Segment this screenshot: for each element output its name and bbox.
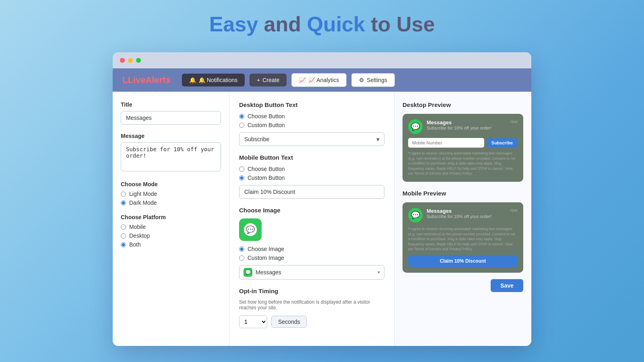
image-choose-radio[interactable] bbox=[239, 247, 244, 252]
image-dropdown-row[interactable]: 💬 Messages ▾ bbox=[239, 265, 384, 280]
browser-titlebar bbox=[113, 52, 531, 68]
nav-analytics[interactable]: 📈 📈 Analytics bbox=[291, 73, 347, 87]
mobile-btn-choose[interactable]: Choose Button bbox=[239, 166, 384, 172]
desktop-btn-custom[interactable]: Custom Button bbox=[239, 122, 384, 128]
mobile-preview-msg-content: Messages Subscribe for 10% off your orde… bbox=[427, 208, 506, 219]
right-panel: Desktop Preview 💬 Messages Subscribe for… bbox=[394, 92, 531, 346]
choose-mode-section: Choose Mode Light Mode Dark Mode bbox=[121, 181, 221, 206]
desktop-preview-header: 💬 Messages Subscribe for 10% off your or… bbox=[408, 119, 518, 134]
mobile-btn-text-title: Mobile Button Text bbox=[239, 154, 384, 161]
desktop-btn-radio-group: Choose Button Custom Button bbox=[239, 113, 384, 128]
image-radio-group: Choose Image Custom Image bbox=[239, 246, 384, 261]
desktop-btn-choose[interactable]: Choose Button bbox=[239, 113, 384, 119]
platform-desktop[interactable]: Desktop bbox=[121, 232, 221, 239]
mobile-preview-card: 💬 Messages Subscribe for 10% off your or… bbox=[402, 202, 523, 273]
img-dropdown-arrow-icon: ▾ bbox=[378, 269, 380, 275]
nav-notifications[interactable]: 🔔 🔔 Notifications bbox=[182, 74, 245, 86]
image-choose[interactable]: Choose Image bbox=[239, 246, 384, 252]
choose-image-section: Choose Image 💬 Choose Image Custom Image bbox=[239, 207, 384, 280]
desktop-preview-card: 💬 Messages Subscribe for 10% off your or… bbox=[402, 114, 523, 182]
choose-platform-section: Choose Platform Mobile Desktop Both bbox=[121, 214, 221, 248]
mode-dark[interactable]: Dark Mode bbox=[121, 200, 221, 206]
platform-both-radio[interactable] bbox=[121, 242, 126, 247]
save-button[interactable]: Save bbox=[491, 279, 523, 292]
browser-dot-red bbox=[120, 58, 125, 63]
app-body: Title Message Subscribe for 10% off your… bbox=[113, 92, 531, 346]
desktop-btn-text-title: Desktop Button Text bbox=[239, 101, 384, 108]
browser-dot-green bbox=[136, 58, 141, 63]
desktop-preview-msg-content: Messages Subscribe for 10% off your orde… bbox=[427, 119, 506, 130]
image-custom[interactable]: Custom Image bbox=[239, 255, 384, 261]
desktop-preview-timestamp: now bbox=[510, 119, 518, 124]
mobile-preview-title: Mobile Preview bbox=[402, 190, 523, 197]
desktop-preview-title: Desktop Preview bbox=[402, 101, 523, 108]
mobile-preview-header: 💬 Messages Subscribe for 10% off your or… bbox=[408, 208, 518, 222]
timing-select[interactable]: 1 2 5 10 bbox=[239, 315, 267, 328]
message-label: Message bbox=[121, 133, 221, 139]
desktop-btn-text-section: Desktop Button Text Choose Button Custom… bbox=[239, 101, 384, 146]
mid-panel: Desktop Button Text Choose Button Custom… bbox=[229, 92, 394, 346]
mode-dark-radio[interactable] bbox=[121, 200, 126, 206]
timing-row: 1 2 5 10 Seconds bbox=[239, 315, 384, 328]
hero-title: Easy and Quick to Use bbox=[209, 12, 435, 36]
app-logo: LLiveAlerts bbox=[122, 75, 171, 85]
browser-dot-yellow bbox=[128, 58, 133, 63]
desktop-btn-dropdown[interactable]: Subscribe Subscribe Now Sign Up bbox=[239, 132, 384, 146]
opt-timing-desc: Set how long before the notification is … bbox=[239, 299, 384, 311]
message-section: Message Subscribe for 10% off your order… bbox=[121, 133, 221, 173]
choose-image-title: Choose Image bbox=[239, 207, 384, 214]
desktop-preview-subscribe-btn[interactable]: Subscribe bbox=[487, 138, 518, 148]
title-section: Title bbox=[121, 101, 221, 125]
mobile-preview-msg-sub: Subscribe for 10% off your order! bbox=[427, 214, 506, 219]
platform-radio-group: Mobile Desktop Both bbox=[121, 224, 221, 248]
logo-accent: L bbox=[122, 75, 128, 85]
platform-mobile[interactable]: Mobile bbox=[121, 224, 221, 230]
image-custom-radio[interactable] bbox=[239, 255, 244, 261]
mobile-preview-icon: 💬 bbox=[408, 208, 423, 222]
choose-platform-label: Choose Platform bbox=[121, 214, 221, 220]
mobile-btn-custom-radio[interactable] bbox=[239, 175, 244, 181]
mobile-btn-radio-group: Choose Button Custom Button bbox=[239, 166, 384, 181]
desktop-preview-mobile-input[interactable] bbox=[408, 138, 484, 148]
desktop-preview-msg-icon: 💬 bbox=[411, 122, 420, 131]
hero-easy: Easy bbox=[209, 12, 258, 36]
desktop-btn-choose-radio[interactable] bbox=[239, 114, 244, 119]
platform-both[interactable]: Both bbox=[121, 241, 221, 248]
platform-mobile-radio[interactable] bbox=[121, 224, 126, 230]
mobile-custom-input[interactable] bbox=[239, 185, 384, 199]
img-dropdown-icon: 💬 bbox=[244, 268, 252, 277]
title-label: Title bbox=[121, 101, 221, 108]
desktop-preview-icon: 💬 bbox=[408, 119, 423, 134]
title-input[interactable] bbox=[121, 111, 221, 125]
nav-create[interactable]: + Create bbox=[250, 74, 287, 86]
mobile-btn-text-section: Mobile Button Text Choose Button Custom … bbox=[239, 154, 384, 199]
app-header: LLiveAlerts 🔔 🔔 Notifications + Create 📈… bbox=[113, 68, 531, 92]
mode-light-radio[interactable] bbox=[121, 191, 126, 197]
browser-window: LLiveAlerts 🔔 🔔 Notifications + Create 📈… bbox=[113, 52, 531, 346]
opt-timing-section: Opt-in Timing Set how long before the no… bbox=[239, 288, 384, 328]
image-icon-box: 💬 bbox=[239, 218, 262, 241]
message-icon: 💬 bbox=[244, 223, 257, 236]
mobile-preview-disclaimer: *I agree to receive recurring automated … bbox=[408, 226, 518, 252]
nav-settings[interactable]: ⚙ Settings bbox=[351, 73, 395, 87]
desktop-btn-custom-radio[interactable] bbox=[239, 123, 244, 128]
mobile-preview-timestamp: now bbox=[510, 208, 518, 212]
desktop-btn-dropdown-wrapper: Subscribe Subscribe Now Sign Up bbox=[239, 132, 384, 146]
timing-unit-label: Seconds bbox=[271, 316, 307, 328]
desktop-preview-disclaimer: *I agree to receive recurring automated … bbox=[408, 151, 518, 176]
hero-rest: to Use bbox=[365, 12, 435, 36]
desktop-preview-input-row: Subscribe bbox=[408, 138, 518, 148]
mobile-btn-custom[interactable]: Custom Button bbox=[239, 175, 384, 181]
hero-and: and bbox=[258, 12, 307, 36]
mode-radio-group: Light Mode Dark Mode bbox=[121, 191, 221, 206]
hero-quick: Quick bbox=[307, 12, 365, 36]
opt-timing-title: Opt-in Timing bbox=[239, 288, 384, 294]
mode-light[interactable]: Light Mode bbox=[121, 191, 221, 197]
choose-mode-label: Choose Mode bbox=[121, 181, 221, 187]
message-textarea[interactable]: Subscribe for 10% off your order! bbox=[121, 142, 221, 171]
mobile-btn-choose-radio[interactable] bbox=[239, 167, 244, 172]
mobile-preview-msg-icon: 💬 bbox=[411, 211, 420, 220]
platform-desktop-radio[interactable] bbox=[121, 233, 126, 239]
mobile-preview-msg-title: Messages bbox=[427, 208, 506, 214]
mobile-preview-claim-btn[interactable]: Claim 10% Discount bbox=[408, 255, 518, 267]
